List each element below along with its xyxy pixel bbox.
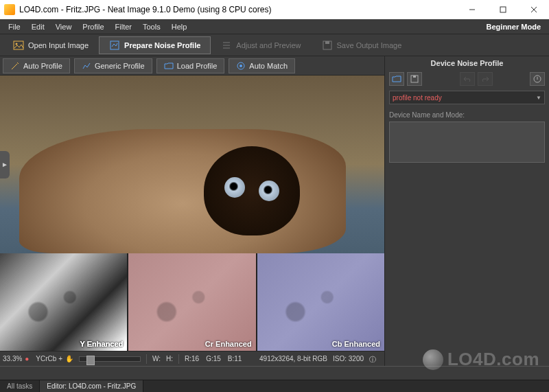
generic-profile-button[interactable]: Generic Profile [74, 58, 152, 73]
profile-icon [109, 40, 120, 51]
profile-info-button[interactable] [530, 72, 545, 86]
device-name-field[interactable] [389, 122, 545, 163]
pixel-b: B:11 [228, 355, 242, 362]
sliders-icon [221, 40, 232, 51]
button-label: Load Profile [177, 62, 218, 70]
menu-edit[interactable]: Edit [26, 21, 50, 32]
channel-cr[interactable]: Cr Enhanced [128, 253, 255, 351]
menu-view[interactable]: View [50, 21, 78, 32]
menu-filter[interactable]: Filter [110, 21, 137, 32]
button-label: Auto Profile [23, 62, 62, 70]
menu-help[interactable]: Help [166, 21, 193, 32]
window-titlebar: LO4D.com - Fritz.JPG - Neat Image 9.1.0 … [0, 0, 549, 19]
channel-label: Y Enhanced [80, 340, 124, 348]
pixel-g: G:15 [206, 355, 221, 362]
profile-status: profile not ready [393, 94, 442, 102]
undo-button [460, 72, 475, 86]
info-icon[interactable]: ⓘ [369, 355, 377, 363]
stage-label: Save Output Image [337, 41, 402, 49]
channel-label: Cr Enhanced [205, 340, 252, 348]
device-name-label: Device Name and Mode: [385, 107, 549, 120]
close-button[interactable] [518, 0, 549, 19]
zoom-level[interactable]: 33.3% [3, 355, 22, 362]
stage-label: Adjust and Preview [236, 41, 301, 49]
stage-prepare-profile[interactable]: Prepare Noise Profile [99, 36, 211, 54]
auto-profile-button[interactable]: Auto Profile [3, 58, 70, 73]
width-label: W: [152, 355, 161, 362]
chevron-down-icon: ▼ [536, 95, 541, 101]
stage-tabs: Open Input Image Prepare Noise Profile A… [0, 34, 549, 56]
maximize-button[interactable] [487, 0, 518, 19]
profile-toolbar: Auto Profile Generic Profile Load Profil… [0, 56, 384, 76]
bottom-tabs: All tasks Editor: LO4D.com - Fritz.JPG [0, 380, 549, 392]
channel-previews: Y Enhanced Cr Enhanced Cb Enhanced [0, 253, 384, 351]
menu-file[interactable]: File [3, 21, 26, 32]
save-icon [322, 40, 333, 51]
channel-y[interactable]: Y Enhanced [0, 253, 127, 351]
profile-dropdown[interactable]: profile not ready ▼ [389, 91, 545, 104]
separator [146, 354, 147, 364]
info-strip: 33.3% ● YCrCb + ✋ W: H: R:16 G:15 B:11 4… [0, 351, 384, 366]
side-panel: Device Noise Profile profile not ready ▼… [384, 56, 549, 366]
stage-label: Prepare Noise Profile [124, 41, 200, 49]
input-image [0, 76, 384, 253]
mode-indicator[interactable]: Beginner Mode [481, 21, 546, 32]
chart-icon [82, 61, 91, 71]
record-icon[interactable]: ● [25, 355, 33, 363]
save-profile-button[interactable] [407, 72, 422, 86]
hand-tool-icon[interactable]: ✋ [65, 355, 73, 363]
menu-tools[interactable]: Tools [137, 21, 166, 32]
expand-handle[interactable]: ► [0, 151, 10, 178]
button-label: Auto Match [249, 62, 288, 70]
tab-all-tasks[interactable]: All tasks [0, 380, 40, 392]
stage-label: Open Input Image [28, 41, 89, 49]
separator [178, 354, 179, 364]
image-icon [13, 40, 24, 51]
menu-profile[interactable]: Profile [77, 21, 109, 32]
svg-point-13 [240, 65, 242, 67]
image-dimensions: 4912x3264, 8-bit RGB [259, 355, 327, 363]
panel-title: Device Noise Profile [385, 56, 549, 70]
menubar: File Edit View Profile Filter Tools Help… [0, 19, 549, 34]
folder-open-icon [164, 61, 174, 71]
open-profile-button[interactable] [389, 72, 404, 86]
stage-open-input[interactable]: Open Input Image [3, 36, 99, 54]
redo-button [478, 72, 493, 86]
color-mode[interactable]: YCrCb + [36, 355, 62, 362]
app-icon [4, 4, 15, 15]
pixel-r: R:16 [185, 355, 199, 362]
channel-cb[interactable]: Cb Enhanced [257, 253, 384, 351]
svg-rect-6 [110, 41, 119, 49]
height-label: H: [166, 355, 173, 362]
svg-point-5 [16, 43, 18, 45]
zoom-slider[interactable] [79, 356, 141, 362]
svg-rect-15 [413, 76, 416, 78]
auto-match-button[interactable]: Auto Match [229, 58, 295, 73]
minimize-button[interactable] [456, 0, 487, 19]
window-title: LO4D.com - Fritz.JPG - Neat Image 9.1.0 … [19, 5, 271, 14]
load-profile-button[interactable]: Load Profile [156, 58, 225, 73]
button-label: Generic Profile [95, 62, 145, 70]
tab-editor[interactable]: Editor: LO4D.com - Fritz.JPG [40, 380, 143, 392]
target-icon [236, 61, 246, 71]
svg-rect-1 [500, 7, 506, 12]
stage-adjust-preview: Adjust and Preview [211, 36, 311, 54]
iso-value: ISO: 3200 [333, 355, 364, 363]
stage-save-output: Save Output Image [312, 36, 412, 54]
statusbar [0, 366, 549, 380]
channel-label: Cb Enhanced [332, 340, 380, 348]
wand-icon [10, 61, 20, 71]
image-viewer[interactable]: ► [0, 76, 384, 253]
svg-rect-11 [325, 41, 329, 44]
